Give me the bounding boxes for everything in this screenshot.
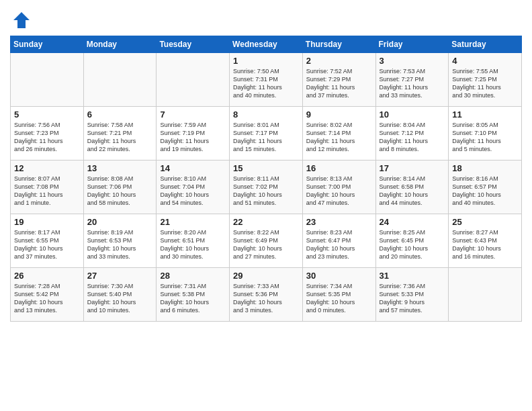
calendar-cell: 23Sunrise: 8:23 AM Sunset: 6:47 PM Dayli… bbox=[302, 214, 375, 268]
day-info: Sunrise: 7:36 AM Sunset: 5:33 PM Dayligh… bbox=[380, 282, 445, 315]
calendar-cell: 30Sunrise: 7:34 AM Sunset: 5:35 PM Dayli… bbox=[302, 268, 375, 322]
day-number: 10 bbox=[380, 109, 445, 120]
calendar-cell: 29Sunrise: 7:33 AM Sunset: 5:36 PM Dayli… bbox=[230, 268, 303, 322]
calendar-cell: 8Sunrise: 8:01 AM Sunset: 7:17 PM Daylig… bbox=[230, 107, 303, 161]
day-number: 14 bbox=[160, 163, 226, 173]
calendar-cell: 14Sunrise: 8:10 AM Sunset: 7:04 PM Dayli… bbox=[157, 161, 230, 214]
day-info: Sunrise: 8:05 AM Sunset: 7:10 PM Dayligh… bbox=[452, 121, 518, 154]
day-info: Sunrise: 7:28 AM Sunset: 5:42 PM Dayligh… bbox=[14, 282, 80, 315]
day-number: 11 bbox=[452, 109, 518, 120]
day-info: Sunrise: 8:13 AM Sunset: 7:00 PM Dayligh… bbox=[306, 175, 372, 208]
calendar-cell: 18Sunrise: 8:16 AM Sunset: 6:57 PM Dayli… bbox=[449, 161, 522, 214]
calendar-week-2: 5Sunrise: 7:56 AM Sunset: 7:23 PM Daylig… bbox=[11, 107, 522, 161]
day-info: Sunrise: 8:16 AM Sunset: 6:57 PM Dayligh… bbox=[452, 175, 518, 208]
day-info: Sunrise: 7:33 AM Sunset: 5:36 PM Dayligh… bbox=[233, 282, 299, 315]
day-info: Sunrise: 8:22 AM Sunset: 6:49 PM Dayligh… bbox=[233, 228, 299, 261]
calendar-cell: 13Sunrise: 8:08 AM Sunset: 7:06 PM Dayli… bbox=[83, 161, 157, 214]
day-info: Sunrise: 7:58 AM Sunset: 7:21 PM Dayligh… bbox=[87, 121, 153, 154]
day-info: Sunrise: 8:25 AM Sunset: 6:45 PM Dayligh… bbox=[380, 228, 445, 261]
day-info: Sunrise: 8:17 AM Sunset: 6:55 PM Dayligh… bbox=[14, 228, 80, 261]
calendar-week-4: 19Sunrise: 8:17 AM Sunset: 6:55 PM Dayli… bbox=[11, 214, 522, 268]
day-number: 23 bbox=[306, 217, 372, 227]
day-number: 9 bbox=[306, 109, 372, 120]
day-info: Sunrise: 8:23 AM Sunset: 6:47 PM Dayligh… bbox=[306, 228, 372, 261]
calendar-cell: 20Sunrise: 8:19 AM Sunset: 6:53 PM Dayli… bbox=[83, 214, 157, 268]
day-number: 5 bbox=[14, 109, 80, 120]
day-number: 7 bbox=[160, 109, 226, 120]
calendar-cell: 24Sunrise: 8:25 AM Sunset: 6:45 PM Dayli… bbox=[375, 214, 449, 268]
calendar-cell: 10Sunrise: 8:04 AM Sunset: 7:12 PM Dayli… bbox=[375, 107, 449, 161]
day-info: Sunrise: 8:01 AM Sunset: 7:17 PM Dayligh… bbox=[233, 121, 299, 154]
calendar-cell: 17Sunrise: 8:14 AM Sunset: 6:58 PM Dayli… bbox=[375, 161, 449, 214]
day-number: 24 bbox=[380, 217, 445, 227]
calendar-cell: 3Sunrise: 7:53 AM Sunset: 7:27 PM Daylig… bbox=[375, 53, 449, 107]
day-info: Sunrise: 7:52 AM Sunset: 7:29 PM Dayligh… bbox=[306, 67, 372, 100]
day-number: 22 bbox=[233, 217, 299, 227]
calendar-cell: 27Sunrise: 7:30 AM Sunset: 5:40 PM Dayli… bbox=[83, 268, 157, 322]
calendar-week-5: 26Sunrise: 7:28 AM Sunset: 5:42 PM Dayli… bbox=[11, 268, 522, 322]
day-info: Sunrise: 8:04 AM Sunset: 7:12 PM Dayligh… bbox=[380, 121, 445, 154]
calendar-cell: 19Sunrise: 8:17 AM Sunset: 6:55 PM Dayli… bbox=[11, 214, 84, 268]
day-info: Sunrise: 8:19 AM Sunset: 6:53 PM Dayligh… bbox=[87, 228, 153, 261]
day-number: 4 bbox=[452, 56, 518, 66]
calendar-cell: 11Sunrise: 8:05 AM Sunset: 7:10 PM Dayli… bbox=[449, 107, 522, 161]
calendar-week-1: 1Sunrise: 7:50 AM Sunset: 7:31 PM Daylig… bbox=[11, 53, 522, 107]
day-number: 19 bbox=[14, 217, 80, 227]
day-number: 25 bbox=[452, 217, 518, 227]
day-info: Sunrise: 8:27 AM Sunset: 6:43 PM Dayligh… bbox=[452, 228, 518, 261]
calendar-cell: 2Sunrise: 7:52 AM Sunset: 7:29 PM Daylig… bbox=[302, 53, 375, 107]
day-header-friday: Friday bbox=[375, 36, 449, 53]
logo bbox=[10, 10, 32, 30]
day-number: 26 bbox=[14, 271, 80, 281]
day-header-monday: Monday bbox=[83, 36, 157, 53]
day-info: Sunrise: 8:07 AM Sunset: 7:08 PM Dayligh… bbox=[14, 175, 80, 208]
day-info: Sunrise: 7:53 AM Sunset: 7:27 PM Dayligh… bbox=[380, 67, 445, 100]
day-header-sunday: Sunday bbox=[11, 36, 84, 53]
day-info: Sunrise: 7:30 AM Sunset: 5:40 PM Dayligh… bbox=[87, 282, 153, 315]
day-info: Sunrise: 7:34 AM Sunset: 5:35 PM Dayligh… bbox=[306, 282, 372, 315]
header-row: SundayMondayTuesdayWednesdayThursdayFrid… bbox=[11, 36, 522, 53]
day-header-wednesday: Wednesday bbox=[230, 36, 303, 53]
calendar-cell: 4Sunrise: 7:55 AM Sunset: 7:25 PM Daylig… bbox=[449, 53, 522, 107]
day-number: 2 bbox=[306, 56, 372, 66]
svg-marker-0 bbox=[13, 12, 30, 28]
day-header-thursday: Thursday bbox=[302, 36, 375, 53]
day-info: Sunrise: 8:20 AM Sunset: 6:51 PM Dayligh… bbox=[160, 228, 226, 261]
day-number: 1 bbox=[233, 56, 299, 66]
calendar-cell bbox=[11, 53, 84, 107]
day-number: 15 bbox=[233, 163, 299, 173]
day-info: Sunrise: 7:55 AM Sunset: 7:25 PM Dayligh… bbox=[452, 67, 518, 100]
day-number: 3 bbox=[380, 56, 445, 66]
day-number: 20 bbox=[87, 217, 153, 227]
calendar-cell: 22Sunrise: 8:22 AM Sunset: 6:49 PM Dayli… bbox=[230, 214, 303, 268]
calendar-table: SundayMondayTuesdayWednesdayThursdayFrid… bbox=[10, 36, 522, 322]
day-number: 31 bbox=[380, 271, 445, 281]
calendar-cell bbox=[449, 268, 522, 322]
day-header-tuesday: Tuesday bbox=[157, 36, 230, 53]
header bbox=[10, 7, 522, 30]
day-info: Sunrise: 8:08 AM Sunset: 7:06 PM Dayligh… bbox=[87, 175, 153, 208]
logo-icon bbox=[11, 10, 32, 30]
day-number: 27 bbox=[87, 271, 153, 281]
day-info: Sunrise: 7:56 AM Sunset: 7:23 PM Dayligh… bbox=[14, 121, 80, 154]
calendar-week-3: 12Sunrise: 8:07 AM Sunset: 7:08 PM Dayli… bbox=[11, 161, 522, 214]
day-number: 6 bbox=[87, 109, 153, 120]
calendar-cell: 15Sunrise: 8:11 AM Sunset: 7:02 PM Dayli… bbox=[230, 161, 303, 214]
calendar-cell: 28Sunrise: 7:31 AM Sunset: 5:38 PM Dayli… bbox=[157, 268, 230, 322]
day-number: 30 bbox=[306, 271, 372, 281]
day-info: Sunrise: 7:31 AM Sunset: 5:38 PM Dayligh… bbox=[160, 282, 226, 315]
calendar-cell: 12Sunrise: 8:07 AM Sunset: 7:08 PM Dayli… bbox=[11, 161, 84, 214]
calendar-cell bbox=[157, 53, 230, 107]
calendar-cell: 25Sunrise: 8:27 AM Sunset: 6:43 PM Dayli… bbox=[449, 214, 522, 268]
day-number: 17 bbox=[380, 163, 445, 173]
day-number: 28 bbox=[160, 271, 226, 281]
day-number: 29 bbox=[233, 271, 299, 281]
day-info: Sunrise: 7:50 AM Sunset: 7:31 PM Dayligh… bbox=[233, 67, 299, 100]
day-info: Sunrise: 7:59 AM Sunset: 7:19 PM Dayligh… bbox=[160, 121, 226, 154]
calendar-body: 1Sunrise: 7:50 AM Sunset: 7:31 PM Daylig… bbox=[11, 53, 522, 322]
calendar-cell: 9Sunrise: 8:02 AM Sunset: 7:14 PM Daylig… bbox=[302, 107, 375, 161]
day-info: Sunrise: 8:10 AM Sunset: 7:04 PM Dayligh… bbox=[160, 175, 226, 208]
calendar-cell: 5Sunrise: 7:56 AM Sunset: 7:23 PM Daylig… bbox=[11, 107, 84, 161]
day-info: Sunrise: 8:02 AM Sunset: 7:14 PM Dayligh… bbox=[306, 121, 372, 154]
calendar-cell: 6Sunrise: 7:58 AM Sunset: 7:21 PM Daylig… bbox=[83, 107, 157, 161]
